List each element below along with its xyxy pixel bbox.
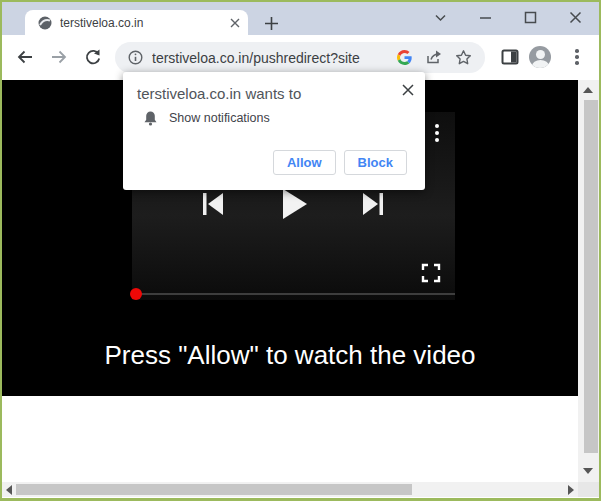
player-menu-icon[interactable] — [435, 124, 439, 142]
window-close-icon[interactable] — [567, 9, 583, 25]
previous-track-icon[interactable] — [203, 193, 223, 215]
browser-tab[interactable]: terstiveloa.co.in — [25, 10, 248, 35]
reload-icon[interactable] — [84, 48, 102, 66]
new-tab-icon[interactable] — [263, 15, 279, 31]
horizontal-scroll-thumb[interactable] — [16, 484, 412, 495]
scroll-left-icon[interactable] — [6, 485, 12, 495]
permission-label: Show notifications — [169, 111, 270, 125]
allow-button[interactable]: Allow — [273, 150, 336, 175]
forward-icon[interactable] — [50, 48, 68, 66]
google-g-icon — [397, 50, 412, 65]
fullscreen-icon[interactable] — [421, 263, 441, 283]
avatar-head — [536, 50, 545, 59]
popup-close-icon[interactable] — [402, 84, 414, 96]
address-bar[interactable]: terstiveloa.co.in/pushredirect?site — [115, 42, 485, 73]
progress-handle[interactable] — [130, 288, 142, 300]
back-icon[interactable] — [16, 48, 34, 66]
side-panel-icon[interactable] — [501, 48, 519, 66]
url-text: terstiveloa.co.in/pushredirect?site — [152, 50, 384, 66]
vertical-scrollbar[interactable] — [578, 80, 599, 482]
permission-row: Show notifications — [143, 110, 270, 126]
window-chevron-icon[interactable] — [432, 9, 448, 25]
vertical-scroll-thumb[interactable] — [584, 100, 598, 453]
browser-menu-icon[interactable] — [570, 48, 584, 66]
browser-window: terstiveloa.co.in — [0, 0, 601, 501]
scrollbar-corner — [578, 482, 599, 497]
globe-favicon — [38, 16, 52, 30]
horizontal-scrollbar[interactable] — [2, 482, 578, 497]
window-maximize-icon[interactable] — [522, 9, 538, 25]
next-track-icon[interactable] — [363, 193, 383, 215]
notification-permission-popup: terstiveloa.co.in wants to Show notifica… — [123, 72, 425, 190]
profile-avatar-icon[interactable] — [529, 46, 551, 68]
scroll-up-icon[interactable] — [583, 87, 593, 93]
block-button[interactable]: Block — [344, 150, 407, 175]
site-info-icon[interactable] — [128, 50, 143, 65]
bookmark-star-icon[interactable] — [455, 49, 472, 66]
tab-close-icon[interactable] — [230, 18, 240, 28]
tab-title: terstiveloa.co.in — [60, 16, 230, 30]
scroll-right-icon[interactable] — [568, 485, 574, 495]
bell-icon — [143, 110, 158, 126]
tab-strip: terstiveloa.co.in — [2, 2, 599, 35]
share-icon[interactable] — [425, 49, 442, 66]
scroll-down-icon[interactable] — [583, 468, 593, 474]
avatar-body — [532, 60, 549, 68]
popup-title: terstiveloa.co.in wants to — [137, 85, 301, 102]
window-minimize-icon[interactable] — [477, 9, 493, 25]
popup-buttons: Allow Block — [273, 150, 407, 175]
play-icon[interactable] — [283, 189, 307, 219]
progress-bar[interactable] — [136, 293, 455, 295]
page-message: Press "Allow" to watch the video — [2, 340, 578, 371]
